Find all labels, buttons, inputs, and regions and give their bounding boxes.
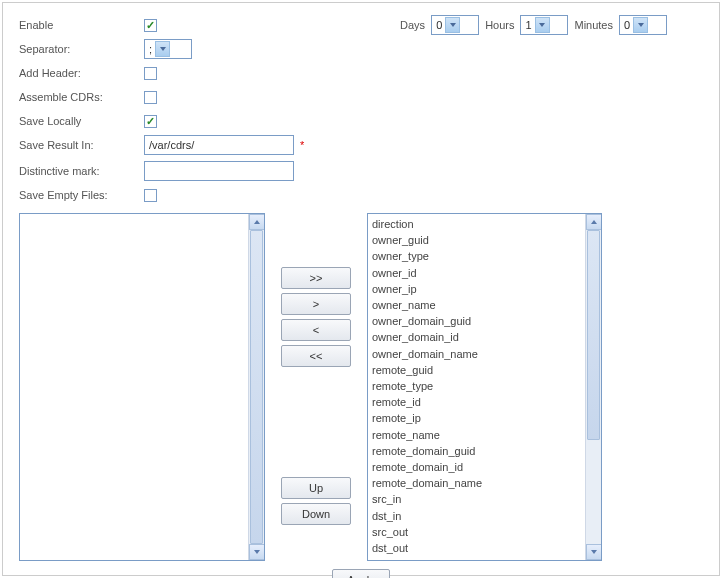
minutes-label: Minutes xyxy=(574,19,613,31)
scroll-up-icon[interactable] xyxy=(249,214,265,230)
enable-checkbox[interactable] xyxy=(144,19,157,32)
list-item[interactable]: direction xyxy=(372,216,597,232)
list-item[interactable]: owner_ip xyxy=(372,281,597,297)
move-left-button[interactable]: < xyxy=(281,319,351,341)
scrollbar-track[interactable] xyxy=(250,230,263,544)
save-locally-checkbox[interactable] xyxy=(144,115,157,128)
move-right-button[interactable]: > xyxy=(281,293,351,315)
list-item[interactable]: remote_ip xyxy=(372,410,597,426)
available-items-container: directionowner_guidowner_typeowner_idown… xyxy=(368,214,601,561)
list-item[interactable]: dst_in xyxy=(372,508,597,524)
scroll-down-icon[interactable] xyxy=(249,544,265,560)
list-item[interactable]: src_out xyxy=(372,524,597,540)
hours-select[interactable]: 1 xyxy=(520,15,568,35)
list-item[interactable]: owner_guid xyxy=(372,232,597,248)
save-result-in-value: /var/cdrs/ xyxy=(149,139,194,151)
distinctive-mark-input[interactable] xyxy=(144,161,294,181)
up-button[interactable]: Up xyxy=(281,477,351,499)
list-item[interactable]: disconnect_code xyxy=(372,556,597,561)
scrollbar[interactable] xyxy=(248,214,264,560)
enable-label: Enable xyxy=(19,19,144,31)
selected-fields-listbox[interactable] xyxy=(19,213,265,561)
list-item[interactable]: remote_domain_name xyxy=(372,475,597,491)
days-label: Days xyxy=(400,19,425,31)
add-header-checkbox[interactable] xyxy=(144,67,157,80)
list-item[interactable]: remote_guid xyxy=(372,362,597,378)
list-item[interactable]: owner_domain_guid xyxy=(372,313,597,329)
chevron-down-icon xyxy=(535,17,550,33)
minutes-value: 0 xyxy=(624,19,630,31)
hours-label: Hours xyxy=(485,19,514,31)
list-item[interactable]: owner_name xyxy=(372,297,597,313)
settings-panel: Days 0 Hours 1 Minutes 0 Enable Separato… xyxy=(2,2,720,576)
required-asterisk-icon: * xyxy=(300,139,304,151)
days-select[interactable]: 0 xyxy=(431,15,479,35)
time-controls: Days 0 Hours 1 Minutes 0 xyxy=(398,15,667,35)
save-empty-files-checkbox[interactable] xyxy=(144,189,157,202)
distinctive-mark-label: Distinctive mark: xyxy=(19,165,144,177)
apply-button[interactable]: Apply xyxy=(332,569,390,578)
list-item[interactable]: remote_domain_guid xyxy=(372,443,597,459)
scrollbar-thumb[interactable] xyxy=(587,230,600,440)
assemble-cdrs-checkbox[interactable] xyxy=(144,91,157,104)
down-button[interactable]: Down xyxy=(281,503,351,525)
list-item[interactable]: src_in xyxy=(372,491,597,507)
minutes-select[interactable]: 0 xyxy=(619,15,667,35)
available-fields-listbox[interactable]: directionowner_guidowner_typeowner_idown… xyxy=(367,213,602,561)
separator-select[interactable]: ; xyxy=(144,39,192,59)
scroll-down-icon[interactable] xyxy=(586,544,602,560)
selected-items-container xyxy=(20,214,264,218)
move-all-left-button[interactable]: << xyxy=(281,345,351,367)
add-header-label: Add Header: xyxy=(19,67,144,79)
assemble-cdrs-label: Assemble CDRs: xyxy=(19,91,144,103)
save-result-in-input[interactable]: /var/cdrs/ xyxy=(144,135,294,155)
separator-label: Separator: xyxy=(19,43,144,55)
days-value: 0 xyxy=(436,19,442,31)
chevron-down-icon xyxy=(633,17,648,33)
list-controls: >> > < << Up Down xyxy=(265,213,367,561)
move-all-right-button[interactable]: >> xyxy=(281,267,351,289)
hours-value: 1 xyxy=(525,19,531,31)
chevron-down-icon xyxy=(155,41,170,57)
scrollbar[interactable] xyxy=(585,214,601,560)
chevron-down-icon xyxy=(445,17,460,33)
save-result-in-label: Save Result In: xyxy=(19,139,144,151)
dual-list-selector: >> > < << Up Down directionowner_guidown… xyxy=(19,213,703,561)
list-item[interactable]: remote_domain_id xyxy=(372,459,597,475)
scroll-up-icon[interactable] xyxy=(586,214,602,230)
list-item[interactable]: remote_name xyxy=(372,427,597,443)
list-item[interactable]: remote_type xyxy=(372,378,597,394)
list-item[interactable]: owner_domain_id xyxy=(372,329,597,345)
list-item[interactable]: owner_type xyxy=(372,248,597,264)
list-item[interactable]: remote_id xyxy=(372,394,597,410)
save-empty-files-label: Save Empty Files: xyxy=(19,189,144,201)
separator-value: ; xyxy=(149,43,152,55)
list-item[interactable]: dst_out xyxy=(372,540,597,556)
list-item[interactable]: owner_domain_name xyxy=(372,346,597,362)
save-locally-label: Save Locally xyxy=(19,115,144,127)
list-item[interactable]: owner_id xyxy=(372,265,597,281)
